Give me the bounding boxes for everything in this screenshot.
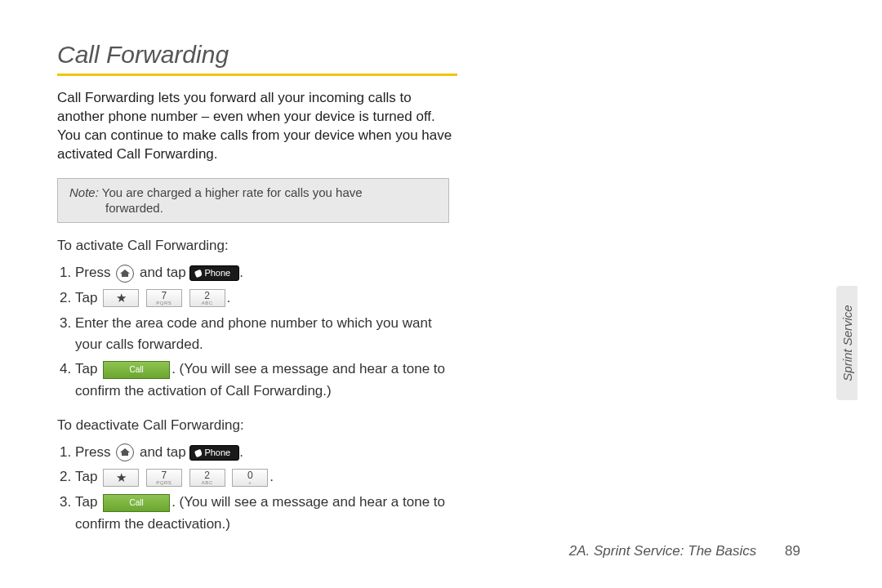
dial-key-0: 0+ bbox=[232, 469, 268, 487]
dial-key-2: 2ABC bbox=[189, 469, 225, 487]
intro-paragraph: Call Forwarding lets you forward all you… bbox=[57, 89, 457, 164]
home-icon bbox=[116, 443, 134, 461]
dial-key-star: ★ bbox=[103, 289, 139, 307]
activate-step-2: Tap ★ 7PQRS 2ABC. bbox=[75, 287, 459, 310]
page-title: Call Forwarding bbox=[57, 41, 457, 76]
activate-steps: Press and tap Phone. Tap ★ 7PQRS 2ABC. E… bbox=[75, 262, 459, 402]
note-text-line1: You are charged a higher rate for calls … bbox=[102, 185, 363, 199]
footer-page-number: 89 bbox=[785, 543, 800, 559]
deactivate-heading: To deactivate Call Forwarding: bbox=[57, 417, 457, 434]
side-tab: Sprint Service bbox=[836, 286, 858, 400]
activate-step-1: Press and tap Phone. bbox=[75, 262, 459, 284]
dial-key-7: 7PQRS bbox=[146, 469, 182, 487]
deactivate-step-1: Press and tap Phone. bbox=[75, 442, 459, 464]
note-box: Note: You are charged a higher rate for … bbox=[57, 178, 449, 224]
activate-step-3: Enter the area code and phone number to … bbox=[75, 313, 459, 356]
deactivate-steps: Press and tap Phone. Tap ★ 7PQRS 2ABC 0+… bbox=[75, 442, 459, 536]
deactivate-step-3: Tap Call. (You will see a message and he… bbox=[75, 492, 459, 535]
call-button-icon: Call bbox=[103, 361, 170, 379]
home-icon bbox=[116, 265, 134, 283]
footer-section: 2A. Sprint Service: The Basics bbox=[569, 543, 757, 559]
dial-key-2: 2ABC bbox=[189, 289, 225, 307]
deactivate-step-2: Tap ★ 7PQRS 2ABC 0+. bbox=[75, 466, 459, 488]
call-button-icon: Call bbox=[103, 494, 170, 512]
dial-key-7: 7PQRS bbox=[146, 289, 182, 307]
side-tab-label: Sprint Service bbox=[840, 305, 854, 381]
phone-button-icon: Phone bbox=[189, 445, 239, 461]
page-footer: 2A. Sprint Service: The Basics 89 bbox=[569, 543, 800, 559]
dial-key-star: ★ bbox=[103, 469, 139, 487]
note-label: Note: bbox=[69, 185, 99, 199]
phone-button-icon: Phone bbox=[189, 265, 239, 281]
note-text-line2: forwarded. bbox=[69, 201, 437, 216]
activate-heading: To activate Call Forwarding: bbox=[57, 238, 457, 254]
activate-step-4: Tap Call. (You will see a message and he… bbox=[75, 359, 459, 402]
